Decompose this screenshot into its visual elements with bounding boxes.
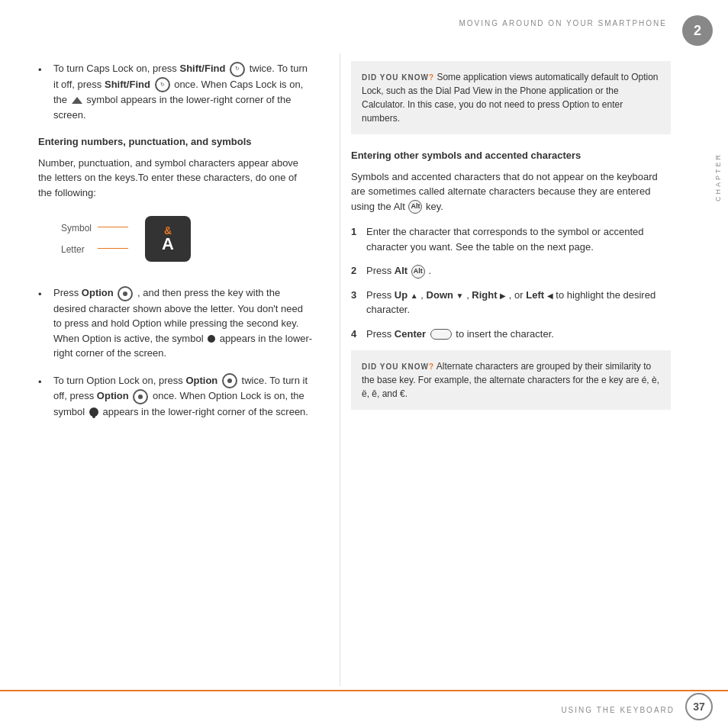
option-lock-after2: appears in the lower-right corner of the… — [102, 406, 308, 417]
info-box-1: DID YOU KNOW? Some application views aut… — [351, 61, 671, 134]
diagram-symbol-line — [98, 227, 128, 227]
center-key-icon — [430, 329, 452, 340]
shift-find-icon1: ↻ — [230, 62, 245, 77]
chapter-badge: 2 — [682, 15, 713, 46]
section-symbols-body: Symbols and accented characters that do … — [351, 169, 671, 214]
left-arrow-icon — [547, 289, 553, 301]
page-number-badge: 37 — [685, 693, 713, 720]
section-symbols-after: key. — [426, 201, 443, 212]
diagram-letter-line — [98, 248, 128, 249]
step3-comma1: , — [420, 289, 426, 301]
header-title: MOVING AROUND ON YOUR SMARTPHONE — [459, 19, 667, 27]
option-icon2 — [222, 373, 237, 388]
step-2-text: Press Alt Alt . — [366, 263, 671, 279]
section-symbols-heading: Entering other symbols and accented char… — [351, 148, 671, 163]
diagram-key: & A — [145, 216, 191, 262]
numbered-steps: 1 Enter the character that corresponds t… — [351, 224, 671, 341]
shift-find-icon2: ↻ — [155, 77, 170, 92]
press-option-before: Press — [53, 287, 82, 298]
down-arrow-icon — [456, 289, 464, 301]
option-icon1 — [118, 286, 133, 301]
up-bold: Up — [395, 289, 407, 301]
caps-lock-text-before: To turn Caps Lock on, press — [53, 63, 179, 74]
option-active-icon — [208, 335, 215, 343]
option-lock-bold1: Option — [185, 375, 217, 386]
step-1: 1 Enter the character that corresponds t… — [351, 224, 671, 254]
step-4: 4 Press Center to insert the character. — [351, 327, 671, 342]
section-numbers-heading: Entering numbers, punctuation, and symbo… — [38, 134, 313, 150]
left-column: • To turn Caps Lock on, press Shift/Find… — [0, 46, 336, 690]
page-footer: USING THE KEYBOARD — [0, 690, 728, 728]
step3-or: , or — [509, 289, 526, 301]
shift-find-bold1: Shift/Find — [179, 63, 225, 74]
diagram-bot-char: A — [162, 236, 174, 253]
step-4-text: Press Center to insert the character. — [366, 327, 671, 342]
option-bold: Option — [82, 287, 114, 298]
main-content: • To turn Caps Lock on, press Shift/Find… — [0, 46, 686, 690]
step4-after: to insert the character. — [456, 328, 554, 340]
caps-arrow-icon — [72, 97, 82, 104]
section-numbers-body: Number, punctuation, and symbol characte… — [38, 156, 313, 201]
step3-before: Press — [366, 289, 395, 301]
diagram-symbol-label: Symbol — [61, 221, 92, 235]
chapter-label: CHAPTER — [714, 153, 722, 201]
bullet-press-option: • Press Option , and then press the key … — [38, 285, 313, 361]
center-bold: Center — [395, 328, 426, 340]
step-2: 2 Press Alt Alt . — [351, 263, 671, 279]
bullet-option-lock: • To turn Option Lock on, press Option t… — [38, 373, 313, 420]
shift-find-bold2: Shift/Find — [105, 79, 150, 90]
page-header: MOVING AROUND ON YOUR SMARTPHONE — [0, 0, 728, 46]
diagram-letter-label: Letter — [61, 243, 85, 256]
step2-before: Press — [366, 265, 395, 276]
right-column: DID YOU KNOW? Some application views aut… — [336, 46, 686, 690]
left-bold: Left — [526, 289, 544, 301]
info-box2-label: DID YOU KNOW? — [362, 362, 434, 371]
option-icon3 — [133, 389, 148, 404]
step4-before: Press — [366, 328, 395, 340]
option-lock-icon — [89, 407, 98, 417]
alt-icon-step2: Alt — [411, 265, 425, 279]
info-box1-label: DID YOU KNOW? — [362, 73, 434, 82]
right-bold: Right — [472, 289, 497, 301]
info-box-2: DID YOU KNOW? Alternate characters are g… — [351, 350, 671, 410]
option-lock-before: To turn Option Lock on, press — [53, 375, 185, 386]
right-arrow-icon — [500, 289, 506, 301]
alt-key-icon: Alt — [408, 200, 422, 214]
section-symbols-text: Symbols and accented characters that do … — [351, 171, 658, 212]
option-lock-bold2: Option — [97, 390, 129, 401]
step-3-text: Press Up , Down , Right , or Left to hig… — [366, 288, 671, 317]
key-diagram: Symbol Letter & A — [53, 212, 206, 273]
caps-lock-text-after: symbol appears in the lower-right corner… — [53, 94, 291, 121]
step-3: 3 Press Up , Down , Right , or Left to h… — [351, 288, 671, 317]
up-arrow-icon — [411, 289, 418, 301]
alt-bold: Alt — [395, 265, 407, 276]
footer-text: USING THE KEYBOARD — [561, 706, 675, 714]
step-1-text: Enter the character that corresponds to … — [366, 224, 671, 254]
bullet-caps-lock: • To turn Caps Lock on, press Shift/Find… — [38, 61, 313, 122]
step2-after: . — [428, 265, 431, 276]
down-bold: Down — [427, 289, 453, 301]
